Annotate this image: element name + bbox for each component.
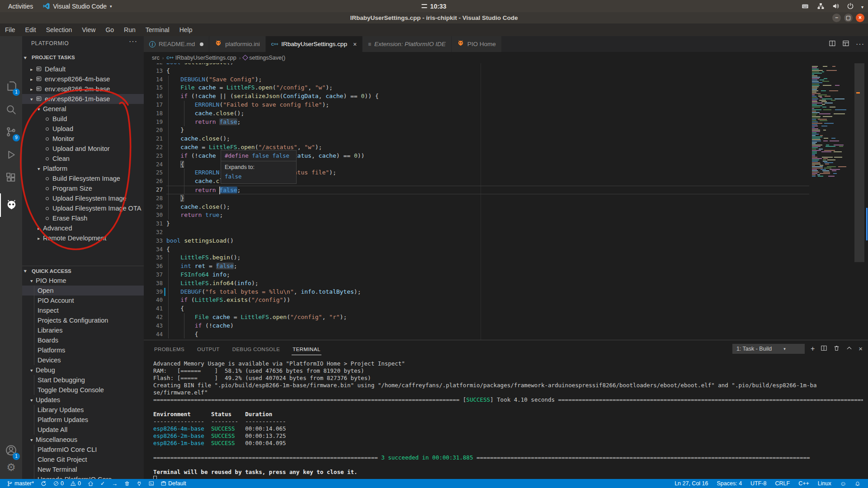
section-header-quick-access[interactable]: ▾QUICK ACCESS bbox=[22, 266, 144, 276]
tree-item-inspect[interactable]: Inspect bbox=[22, 305, 144, 315]
tree-item-boards[interactable]: Boards bbox=[22, 335, 144, 345]
minimap[interactable] bbox=[810, 63, 849, 340]
panel-tab-problems[interactable]: PROBLEMS bbox=[153, 343, 185, 355]
close-button[interactable]: × bbox=[856, 14, 864, 22]
code-editor[interactable]: 12bool settingsSave()13{14 DEBUGLN("Save… bbox=[144, 63, 868, 340]
statusbar-arrow-right-icon[interactable]: → bbox=[109, 480, 120, 487]
statusbar-spaces-4[interactable]: Spaces: 4 bbox=[715, 480, 745, 487]
section-header-project-tasks[interactable]: ▾PROJECT TASKS bbox=[22, 52, 144, 62]
split-editor-icon[interactable] bbox=[829, 40, 836, 49]
tree-item-general[interactable]: ▾General bbox=[22, 104, 144, 114]
menu-edit[interactable]: Edit bbox=[20, 26, 41, 33]
menu-run[interactable]: Run bbox=[119, 26, 141, 33]
statusbar-0[interactable]: 0 bbox=[51, 480, 66, 487]
minimize-button[interactable]: − bbox=[832, 14, 841, 22]
tree-item-debug[interactable]: ▾Debug bbox=[22, 365, 144, 375]
breadcrumb[interactable]: src›C++IRbabyUserSettings.cpp›settingsSa… bbox=[144, 52, 868, 63]
tree-item-platform[interactable]: ▾Platform bbox=[22, 164, 144, 174]
tab-platformio-ini[interactable]: platformio.ini bbox=[209, 36, 266, 52]
tree-item-env-esp8266-1m-base[interactable]: ▾env:esp8266-1m-base bbox=[22, 94, 144, 104]
tree-item-pio-home[interactable]: ▾PIO Home bbox=[22, 276, 144, 286]
code-line-17[interactable]: 17 ERRORLN("Failed to save config file")… bbox=[144, 101, 868, 109]
tree-item-monitor[interactable]: Monitor bbox=[22, 134, 144, 144]
tree-item-env-esp8266-2m-base[interactable]: ▸env:esp8266-2m-base bbox=[22, 84, 144, 94]
power-icon[interactable] bbox=[847, 3, 854, 9]
statusbar-default[interactable]: Default bbox=[159, 480, 189, 487]
activitybar-explorer-icon[interactable]: 1 bbox=[0, 74, 22, 98]
code-line-30[interactable]: 30 return true; bbox=[144, 211, 868, 220]
code-line-42[interactable]: 42 File cache = LittleFS.open("/config",… bbox=[144, 313, 868, 322]
tab-pio-home[interactable]: PIO Home bbox=[452, 36, 502, 52]
clock[interactable]: 10:33 bbox=[422, 3, 447, 10]
tree-item-library-updates[interactable]: Library Updates bbox=[22, 405, 144, 415]
tree-item-upload-filesystem-image-ota[interactable]: Upload Filesystem Image OTA bbox=[22, 203, 144, 213]
statusbar-master-[interactable]: master* bbox=[5, 480, 36, 487]
tree-item-upload-filesystem-image[interactable]: Upload Filesystem Image bbox=[22, 193, 144, 203]
tab-irbabyusersettings-cpp[interactable]: C++IRbabyUserSettings.cpp× bbox=[266, 36, 363, 52]
activitybar-run-debug-icon[interactable] bbox=[0, 143, 22, 166]
tree-item-platformio-core-cli[interactable]: PlatformIO Core CLI bbox=[22, 445, 144, 455]
tree-item-platforms[interactable]: Platforms bbox=[22, 345, 144, 355]
close-panel-icon[interactable]: × bbox=[859, 345, 863, 353]
code-line-39[interactable]: 39 DEBUGF("fs total bytes = %llu\n", inf… bbox=[144, 288, 868, 296]
code-line-40[interactable]: 40 if (LittleFS.exists("/config")) bbox=[144, 296, 868, 305]
tree-item-toggle-debug-console[interactable]: Toggle Debug Console bbox=[22, 385, 144, 395]
tree-item-remote-development[interactable]: ▸Remote Development bbox=[22, 233, 144, 243]
statusbar-check-icon[interactable]: ✓ bbox=[98, 480, 107, 487]
statusbar-crlf[interactable]: CRLF bbox=[773, 480, 793, 487]
statusbar-sync-icon[interactable] bbox=[38, 481, 49, 487]
tree-item-clean[interactable]: Clean bbox=[22, 154, 144, 164]
sidebar-more-actions-icon[interactable]: ··· bbox=[129, 38, 137, 46]
menu-terminal[interactable]: Terminal bbox=[141, 26, 175, 33]
code-line-20[interactable]: 20 } bbox=[144, 126, 868, 135]
tree-item-advanced[interactable]: ▸Advanced bbox=[22, 223, 144, 233]
activitybar-platformio-icon[interactable] bbox=[0, 193, 22, 217]
tree-item-build[interactable]: Build bbox=[22, 114, 144, 124]
code-line-27[interactable]: 27 return false; bbox=[144, 186, 868, 194]
tree-item-upload-and-monitor[interactable]: Upload and Monitor bbox=[22, 144, 144, 154]
system-tray[interactable]: ▾ bbox=[801, 0, 863, 12]
more-actions-icon[interactable]: ··· bbox=[856, 40, 864, 48]
menu-go[interactable]: Go bbox=[100, 26, 119, 33]
menu-selection[interactable]: Selection bbox=[41, 26, 77, 33]
kill-terminal-icon[interactable] bbox=[833, 345, 840, 353]
code-line-37[interactable]: 37 FSInfo64 info; bbox=[144, 271, 868, 279]
code-line-21[interactable]: 21 cache.close(); bbox=[144, 135, 868, 143]
statusbar-feedback-smiley-icon[interactable]: ☺ bbox=[838, 480, 849, 487]
tree-item-clone-git-project[interactable]: Clone Git Project bbox=[22, 455, 144, 465]
code-line-44[interactable]: 44 { bbox=[144, 330, 868, 339]
tree-item-build-filesystem-image[interactable]: Build Filesystem Image bbox=[22, 174, 144, 183]
tree-item-upgrade-platformio-core[interactable]: Upgrade PlatformIO Core bbox=[22, 474, 144, 479]
code-line-15[interactable]: 15 File cache = LittleFS.open("/config",… bbox=[144, 84, 868, 92]
tab-readme-md[interactable]: iREADME.md bbox=[144, 36, 209, 52]
terminal-task-dropdown[interactable]: 1: Task - Build▾ bbox=[732, 344, 805, 354]
volume-icon[interactable] bbox=[832, 3, 840, 9]
tree-item-platform-updates[interactable]: Platform Updates bbox=[22, 415, 144, 425]
statusbar-home-icon[interactable] bbox=[85, 481, 96, 487]
maximize-panel-icon[interactable] bbox=[846, 345, 853, 353]
activities-button[interactable]: Activities bbox=[6, 2, 35, 11]
panel-tab-output[interactable]: OUTPUT bbox=[196, 343, 221, 355]
new-terminal-plus-icon[interactable]: + bbox=[811, 345, 815, 353]
code-line-33[interactable]: 33bool settingsLoad() bbox=[144, 237, 868, 245]
maximize-button[interactable]: ▢ bbox=[844, 14, 853, 22]
statusbar-linux[interactable]: Linux bbox=[816, 480, 834, 487]
code-line-43[interactable]: 43 if (!cache) bbox=[144, 322, 868, 330]
code-line-13[interactable]: 13{ bbox=[144, 67, 868, 75]
tab-close-icon[interactable]: × bbox=[353, 41, 357, 48]
tab-extension-platformio-ide[interactable]: ≡Extension: PlatformIO IDE bbox=[363, 36, 452, 52]
tree-item-updates[interactable]: ▾Updates bbox=[22, 395, 144, 405]
tree-item-default[interactable]: ▸Default bbox=[22, 64, 144, 74]
terminal-output[interactable]: Advanced Memory Usage is available via "… bbox=[153, 360, 863, 479]
code-line-41[interactable]: 41 { bbox=[144, 305, 868, 313]
code-line-14[interactable]: 14 DEBUGLN("Save Config"); bbox=[144, 75, 868, 84]
breadcrumb-item[interactable]: src bbox=[152, 55, 160, 61]
tree-item-erase-flash[interactable]: Erase Flash bbox=[22, 213, 144, 223]
menu-view[interactable]: View bbox=[77, 26, 100, 33]
tree-item-projects-configuration[interactable]: Projects & Configuration bbox=[22, 315, 144, 325]
code-line-35[interactable]: 35 LittleFS.begin(); bbox=[144, 253, 868, 262]
statusbar-ln-27-col-16[interactable]: Ln 27, Col 16 bbox=[672, 480, 710, 487]
code-line-29[interactable]: 29 cache.close(); bbox=[144, 203, 868, 211]
breadcrumb-item[interactable]: C++IRbabyUserSettings.cpp bbox=[166, 55, 236, 61]
panel-tab-debug-console[interactable]: DEBUG CONSOLE bbox=[231, 343, 281, 355]
